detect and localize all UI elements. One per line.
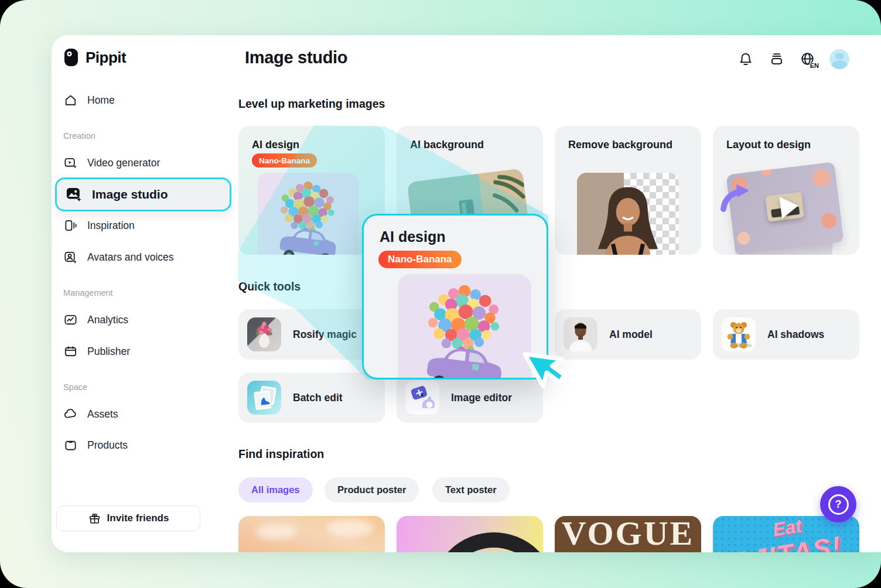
avatars-icon — [63, 250, 78, 265]
zoom-popup-ai-design: AI design Nano-Banana — [362, 214, 548, 380]
bell-icon — [737, 51, 754, 67]
filter-text-poster[interactable]: Text poster — [432, 477, 510, 502]
brand-logo[interactable]: Pippit — [63, 48, 126, 67]
card-title: AI design — [252, 139, 299, 151]
language-badge: EN — [810, 63, 819, 69]
tool-label: AI model — [609, 329, 653, 341]
sidebar-item-label: Video generator — [87, 157, 160, 169]
tool-label: Batch edit — [293, 392, 343, 404]
inspiration-image-vogue[interactable]: VOGUE — [555, 516, 701, 552]
balloon-car-image-large — [398, 274, 531, 380]
sidebar-item-image-studio[interactable]: Image studio — [55, 177, 231, 211]
avatar-glyph — [831, 60, 848, 69]
filter-all-images[interactable]: All images — [238, 477, 313, 502]
video-generator-icon — [63, 156, 78, 170]
nano-banana-badge: Nano-Banana — [252, 153, 317, 167]
find-inspiration-heading: Find inspiration — [238, 447, 324, 461]
notifications-button[interactable] — [736, 50, 755, 69]
card-remove-background[interactable]: Remove background — [555, 126, 701, 255]
user-avatar[interactable] — [829, 49, 849, 69]
home-icon — [63, 93, 78, 108]
sidebar-item-label: Avatars and voices — [87, 251, 174, 264]
invite-friends-button[interactable]: Invite friends — [56, 505, 200, 531]
balloon-car-image — [258, 173, 358, 255]
sidebar-item-analytics[interactable]: Analytics — [52, 309, 238, 330]
quick-tools-heading: Quick tools — [238, 280, 301, 293]
tool-label: AI shadows — [767, 329, 824, 341]
products-bag-icon — [63, 438, 78, 453]
tool-image-editor[interactable]: Image editor — [397, 372, 543, 423]
assets-cloud-icon — [63, 407, 78, 422]
card-title: AI background — [410, 139, 484, 151]
sidebar-item-products[interactable]: Products — [52, 435, 238, 456]
sidebar-item-label: Products — [87, 439, 128, 452]
marketing-heading: Level up marketing images — [238, 97, 385, 111]
sidebar-item-avatars-voices[interactable]: Avatars and voices — [52, 247, 238, 268]
headphones-shape — [431, 532, 543, 552]
sidebar-item-label: Assets — [87, 408, 118, 421]
image-editor-thumb — [405, 381, 439, 415]
vogue-title: VOGUE — [562, 516, 695, 552]
sidebar-item-label: Inspiration — [87, 220, 135, 232]
filter-product-poster[interactable]: Product poster — [325, 477, 419, 502]
header-actions: EN — [736, 49, 849, 69]
sidebar-section-space: Space — [63, 382, 87, 392]
sidebar-item-assets[interactable]: Assets — [52, 404, 238, 425]
sidebar-item-label: Analytics — [87, 314, 128, 326]
analytics-icon — [63, 313, 78, 327]
play-icon — [779, 194, 799, 218]
ai-model-thumb — [564, 317, 597, 351]
ai-shadows-thumb — [722, 317, 756, 351]
language-button[interactable]: EN — [798, 50, 817, 69]
publisher-icon — [63, 344, 78, 359]
card-title: Layout to design — [726, 139, 811, 151]
sidebar-section-management: Management — [63, 288, 113, 298]
gift-icon — [88, 512, 101, 525]
sidebar-item-label: Image studio — [92, 187, 168, 201]
inspiration-image-sunset[interactable] — [238, 516, 385, 552]
sidebar-item-inspiration[interactable]: Inspiration — [52, 215, 238, 236]
pippit-logo-icon — [63, 48, 80, 67]
sidebar-section-creation: Creation — [63, 131, 95, 141]
brand-name: Pippit — [86, 49, 126, 67]
tool-label: Image editor — [451, 392, 512, 404]
card-stack-icon — [769, 51, 785, 67]
billing-button[interactable] — [767, 50, 786, 69]
sidebar-item-home[interactable]: Home — [52, 90, 238, 111]
tool-ai-model[interactable]: AI model — [555, 309, 701, 360]
tool-batch-edit[interactable]: Batch edit — [238, 372, 385, 423]
popup-title: AI design — [380, 228, 446, 245]
remove-background-image — [577, 173, 679, 255]
avatar-glyph — [835, 53, 844, 59]
batch-edit-thumb — [247, 381, 281, 415]
curved-arrow-icon — [716, 182, 752, 214]
rosify-thumb — [247, 317, 281, 351]
sidebar: Pippit Home Creation Video generator — [52, 35, 238, 552]
sidebar-item-publisher[interactable]: Publisher — [52, 341, 238, 362]
card-layout-to-design[interactable]: Layout to design — [713, 126, 859, 255]
card-title: Remove background — [568, 139, 672, 151]
question-mark-icon: ? — [828, 494, 849, 515]
woman-portrait — [584, 177, 672, 255]
image-studio-icon — [65, 186, 83, 203]
app-window: Pippit Home Creation Video generator — [0, 0, 881, 588]
inspiration-icon — [63, 218, 78, 233]
inspiration-image-headphones[interactable] — [397, 516, 543, 552]
invite-friends-label: Invite friends — [107, 512, 169, 524]
sidebar-item-label: Home — [87, 94, 115, 107]
help-button[interactable]: ? — [820, 486, 856, 522]
page-title: Image studio — [245, 48, 347, 67]
tool-label: Rosify magic — [293, 329, 357, 341]
tool-ai-shadows[interactable]: AI shadows — [713, 309, 859, 360]
nano-banana-badge: Nano-Banana — [378, 251, 462, 268]
main-panel: Pippit Home Creation Video generator — [52, 35, 881, 552]
sidebar-item-label: Publisher — [87, 346, 130, 358]
sidebar-item-video-generator[interactable]: Video generator — [52, 152, 238, 173]
